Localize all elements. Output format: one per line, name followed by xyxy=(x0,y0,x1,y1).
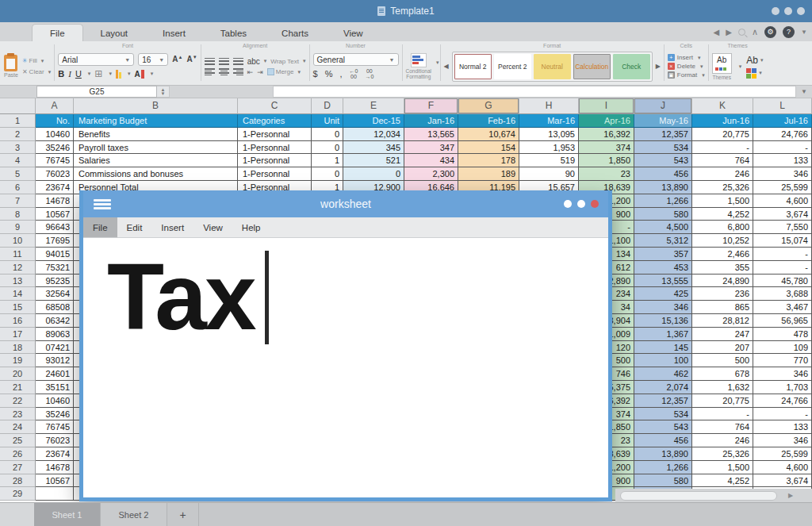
cell[interactable]: - xyxy=(753,261,812,275)
cell[interactable]: 76023 xyxy=(36,434,74,447)
cell[interactable]: 580 xyxy=(634,208,692,221)
merge-button[interactable]: Merge▾ xyxy=(267,68,301,75)
cell[interactable]: Categories xyxy=(238,114,312,128)
cells-format-button[interactable]: ▣Format▾ xyxy=(668,71,705,79)
cell[interactable]: 145 xyxy=(634,341,692,355)
window-control-icon[interactable] xyxy=(797,7,805,15)
column-header-J[interactable]: J xyxy=(634,98,692,114)
cell[interactable]: Payroll taxes xyxy=(74,141,238,155)
cell[interactable]: Marketing Budget xyxy=(74,114,238,128)
cell[interactable]: 25,326 xyxy=(692,181,753,194)
cell[interactable]: 07421 xyxy=(36,341,74,355)
menu-item-edit[interactable]: Edit xyxy=(117,217,152,237)
cell[interactable]: 1,500 xyxy=(692,461,753,474)
font-size-select[interactable]: 16▼ xyxy=(138,53,168,66)
row-number[interactable]: 15 xyxy=(0,301,36,314)
cell[interactable]: 4,600 xyxy=(753,194,812,208)
row-number[interactable]: 25 xyxy=(0,434,36,447)
cell[interactable]: 7,550 xyxy=(753,221,812,234)
cell[interactable]: - xyxy=(692,141,753,155)
cell[interactable]: 462 xyxy=(634,367,692,381)
cell[interactable]: 534 xyxy=(634,141,692,155)
cell[interactable]: 76023 xyxy=(36,167,74,181)
cell[interactable]: No. xyxy=(36,114,74,128)
cells-delete-button[interactable]: ×Delete▾ xyxy=(668,63,705,70)
cell[interactable]: 2,074 xyxy=(634,381,692,394)
cell[interactable]: 346 xyxy=(753,434,812,447)
cell[interactable]: Commissions and bonuses xyxy=(74,167,238,181)
cell[interactable]: 06342 xyxy=(36,314,74,328)
row-number[interactable]: 21 xyxy=(0,381,36,394)
cell[interactable]: 521 xyxy=(343,154,404,167)
cell[interactable]: 76745 xyxy=(36,420,74,434)
cell[interactable]: 453 xyxy=(634,261,692,275)
cell[interactable]: 456 xyxy=(634,434,692,447)
row-number[interactable]: 26 xyxy=(0,447,36,461)
forward-arrow-icon[interactable]: ▶ xyxy=(726,28,732,36)
worksheet-titlebar[interactable]: worksheet xyxy=(83,190,608,217)
chevron-down-icon[interactable]: ▾ xyxy=(109,71,112,77)
cell[interactable]: 1,953 xyxy=(519,141,579,155)
cell[interactable]: 1,367 xyxy=(634,328,692,341)
cell[interactable]: 478 xyxy=(753,328,812,341)
cell[interactable]: 13,555 xyxy=(634,275,692,288)
column-header-I[interactable]: I xyxy=(579,98,634,114)
row-number[interactable]: 7 xyxy=(0,194,36,208)
cell[interactable] xyxy=(36,487,74,501)
font-name-select[interactable]: Arial▼ xyxy=(58,53,134,66)
cell[interactable]: - xyxy=(753,248,812,261)
row-number[interactable]: 1 xyxy=(0,114,36,128)
row-number[interactable]: 14 xyxy=(0,287,36,301)
theme-fonts-button[interactable]: Ab▾ xyxy=(746,55,763,66)
window-control-icon[interactable] xyxy=(577,200,585,208)
gear-icon[interactable]: ⚙ xyxy=(764,26,776,38)
align-bottom-icon[interactable] xyxy=(233,58,243,65)
cell[interactable]: 95235 xyxy=(36,275,74,288)
cell[interactable]: 374 xyxy=(579,141,634,155)
cell[interactable]: 24,766 xyxy=(753,394,812,408)
orientation-button[interactable]: abc▾ xyxy=(247,57,267,66)
back-arrow-icon[interactable]: ◀ xyxy=(714,28,720,36)
cell[interactable]: 100 xyxy=(634,354,692,367)
cell[interactable]: 3,467 xyxy=(753,301,812,314)
cell[interactable]: 15,074 xyxy=(753,234,812,248)
cell[interactable]: 1,632 xyxy=(692,381,753,394)
percent-button[interactable]: % xyxy=(325,69,333,79)
cell[interactable]: 764 xyxy=(692,154,753,167)
italic-button[interactable]: I xyxy=(68,69,71,79)
decrease-indent-icon[interactable]: ⇤ xyxy=(247,68,254,76)
cell[interactable]: 355 xyxy=(692,261,753,275)
row-number[interactable]: 19 xyxy=(0,354,36,367)
style-percent-2[interactable]: Percent 2 xyxy=(494,54,531,79)
collapse-ribbon-icon[interactable]: ∧ xyxy=(752,27,758,37)
conditional-formatting-button[interactable]: ConditionalFormatting xyxy=(406,53,432,79)
cell[interactable]: 3,674 xyxy=(753,474,812,488)
menu-item-file[interactable]: File xyxy=(83,217,117,237)
cell[interactable]: 189 xyxy=(458,167,519,181)
cell[interactable]: May-16 xyxy=(634,114,692,128)
cells-insert-button[interactable]: +Insert▾ xyxy=(668,54,705,61)
style-check[interactable]: Check xyxy=(613,54,650,79)
cell[interactable]: 24,890 xyxy=(692,275,753,288)
menu-item-insert[interactable]: Insert xyxy=(151,217,193,237)
cell[interactable]: 14678 xyxy=(36,461,74,474)
cell[interactable]: 5,312 xyxy=(634,234,692,248)
cell[interactable]: 246 xyxy=(692,434,753,447)
cell[interactable]: 865 xyxy=(692,301,753,314)
cell[interactable]: 23674 xyxy=(36,447,74,461)
cell[interactable]: 24601 xyxy=(36,367,74,381)
cell[interactable]: Dec-15 xyxy=(343,114,404,128)
cell[interactable]: 0 xyxy=(312,141,343,155)
cell[interactable]: 764 xyxy=(692,420,753,434)
cell[interactable]: 23 xyxy=(579,167,634,181)
sheet-tab-sheet-2[interactable]: Sheet 2 xyxy=(101,503,167,526)
cell[interactable]: 4,500 xyxy=(634,221,692,234)
cell[interactable]: 3,674 xyxy=(753,208,812,221)
column-header-F[interactable]: F xyxy=(404,98,458,114)
cell[interactable]: 10,252 xyxy=(692,234,753,248)
menu-item-help[interactable]: Help xyxy=(232,217,270,237)
row-number[interactable]: 5 xyxy=(0,167,36,181)
row-number[interactable]: 8 xyxy=(0,208,36,221)
paste-button[interactable]: Paste xyxy=(4,55,18,78)
cell[interactable]: 16,392 xyxy=(579,128,634,141)
